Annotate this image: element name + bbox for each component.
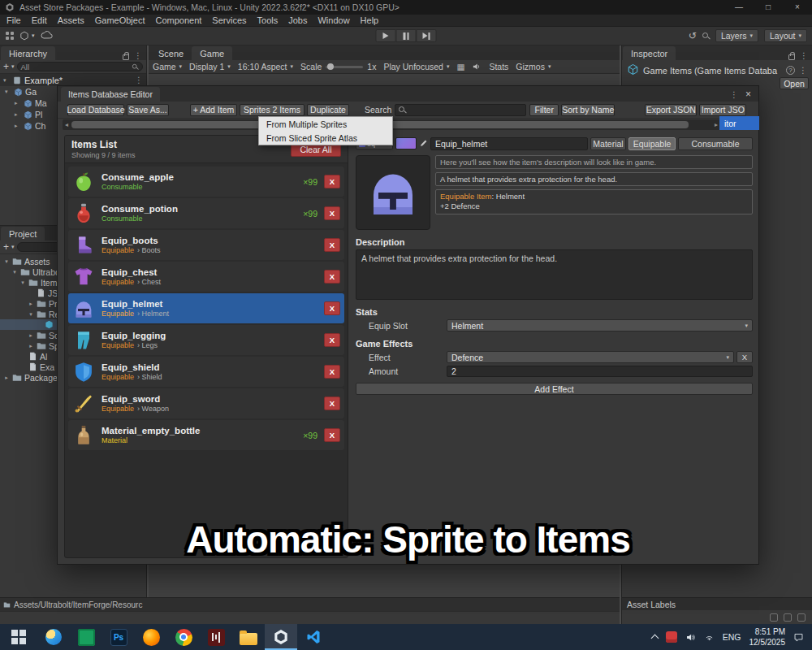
scroll-right-icon[interactable]: ▸ <box>715 121 718 128</box>
delete-item-button[interactable]: X <box>324 270 340 284</box>
load-database-button[interactable]: Load Database <box>67 104 124 116</box>
open-item-editor-button[interactable]: itor <box>719 116 759 130</box>
delete-item-button[interactable]: X <box>324 396 340 410</box>
search-icon[interactable] <box>702 32 710 40</box>
context-menu-item[interactable]: From Multiple Sprites <box>259 117 392 131</box>
expand-arrow-icon[interactable]: ▸ <box>28 301 34 307</box>
volume-icon[interactable] <box>685 632 696 643</box>
tab-inspector[interactable]: Inspector <box>623 46 676 60</box>
window-menu-icon[interactable]: ⋮ <box>730 90 738 99</box>
start-button[interactable] <box>0 624 37 650</box>
context-menu-item[interactable]: From Sliced Sprite Atlas <box>259 131 392 145</box>
list-item[interactable]: Equip_leggingEquipable› LegsX <box>68 325 344 355</box>
unity-taskbar-icon[interactable] <box>265 624 297 650</box>
delete-item-button[interactable]: X <box>324 175 340 188</box>
filter-button[interactable]: Filter <box>529 104 559 116</box>
status-icon[interactable] <box>770 613 778 622</box>
tab-scene[interactable]: Scene <box>150 46 192 60</box>
close-window-icon[interactable]: × <box>783 0 812 15</box>
expand-arrow-icon[interactable]: ▾ <box>28 311 34 318</box>
scale-slider[interactable]: Scale 1x <box>300 62 376 72</box>
description-input[interactable]: A helmet that provides extra protection … <box>356 249 753 300</box>
maximize-icon[interactable]: □ <box>754 0 783 15</box>
expand-arrow-icon[interactable]: ▸ <box>15 100 21 106</box>
list-item[interactable]: Equip_bootsEquipable› BootsX <box>68 230 344 260</box>
tab-hierarchy[interactable]: Hierarchy <box>1 46 55 60</box>
menu-gameobject[interactable]: GameObject <box>95 15 145 25</box>
scene-row[interactable]: ▾ Example* ⋮ <box>0 74 146 86</box>
expand-arrow-icon[interactable]: ▾ <box>19 280 26 286</box>
menu-edit[interactable]: Edit <box>32 15 47 25</box>
expand-arrow-icon[interactable]: ▾ <box>5 89 11 95</box>
delete-item-button[interactable]: X <box>324 206 340 220</box>
expand-arrow-icon[interactable]: ▾ <box>11 269 18 275</box>
game-mode-dropdown[interactable]: Game▾ <box>153 62 182 72</box>
import-json-button[interactable]: Import JSO <box>699 104 746 116</box>
menu-file[interactable]: File <box>6 15 21 25</box>
items-search-input[interactable] <box>395 104 526 116</box>
project-breadcrumb[interactable]: Assets/Ultrabolt/ItemForge/Resourc <box>0 597 620 611</box>
status-icon[interactable] <box>784 613 792 622</box>
remove-effect-button[interactable]: X <box>736 351 753 363</box>
delete-item-button[interactable]: X <box>324 238 340 252</box>
chrome-icon[interactable] <box>167 624 200 650</box>
minimize-icon[interactable]: — <box>724 0 754 15</box>
sort-by-name-button[interactable]: Sort by Name <box>561 104 615 116</box>
amount-input[interactable]: 2 <box>447 366 753 377</box>
type-equipable-button[interactable]: Equipable <box>628 137 676 150</box>
menu-tools[interactable]: Tools <box>257 15 279 25</box>
action-center-icon[interactable] <box>793 632 804 643</box>
menu-window[interactable]: Window <box>317 15 349 25</box>
menu-component[interactable]: Component <box>155 15 201 25</box>
hierarchy-menu-icon[interactable]: ⋮ <box>134 51 142 60</box>
cloud-icon[interactable] <box>41 31 54 41</box>
clock[interactable]: 8:51 PM 12/5/2025 <box>749 626 786 648</box>
tray-expand-icon[interactable] <box>650 635 659 643</box>
type-material-button[interactable]: Material <box>590 137 626 150</box>
tab-project[interactable]: Project <box>1 227 45 240</box>
undo-history-icon[interactable]: ↺ <box>689 30 697 41</box>
delete-item-button[interactable]: X <box>324 333 340 347</box>
export-json-button[interactable]: Export JSON <box>645 104 697 116</box>
expand-arrow-icon[interactable]: ▸ <box>3 375 10 381</box>
menu-assets[interactable]: Assets <box>58 15 84 25</box>
inspector-menu-icon[interactable]: ⋮ <box>800 51 808 60</box>
file-explorer-icon[interactable] <box>232 624 265 650</box>
tray-badge-icon[interactable] <box>666 631 677 643</box>
open-button[interactable]: Open <box>780 77 809 89</box>
equip-slot-dropdown[interactable]: Helment ▾ <box>447 319 753 332</box>
layers-dropdown[interactable]: Layers ▾ <box>715 29 758 42</box>
add-item-button[interactable]: + Add Item <box>190 104 237 116</box>
lock-icon[interactable] <box>788 54 795 60</box>
list-item[interactable]: Equip_shieldEquipable› ShieldX <box>68 357 344 387</box>
duplicate-button[interactable]: Duplicate <box>307 104 349 116</box>
hierarchy-search-input[interactable]: All <box>17 62 143 72</box>
play-button[interactable] <box>376 29 396 42</box>
plastic-scm-icon[interactable] <box>6 32 14 40</box>
play-focus-dropdown[interactable]: Play Unfocused▾ <box>383 62 449 72</box>
type-consumable-button[interactable]: Consumable <box>678 137 753 150</box>
menu-services[interactable]: Services <box>212 15 246 25</box>
layout-dropdown[interactable]: Layout ▾ <box>764 29 807 42</box>
create-object-button[interactable]: + <box>3 62 9 72</box>
create-asset-button[interactable]: + <box>3 242 9 252</box>
asset-menu-icon[interactable]: ⋮ <box>799 66 807 75</box>
expand-arrow-icon[interactable]: ▸ <box>15 123 21 129</box>
picker-icon[interactable] <box>419 139 428 148</box>
tab-game[interactable]: Game <box>192 46 232 60</box>
close-icon[interactable]: × <box>745 89 751 100</box>
aspect-dropdown[interactable]: 16:10 Aspect▾ <box>238 62 293 72</box>
item-name-input[interactable]: Equip_helmet <box>430 137 588 150</box>
language-indicator[interactable]: ENG <box>723 632 741 642</box>
delete-item-button[interactable]: X <box>324 301 340 315</box>
list-item[interactable]: Consume_appleConsumable×99X <box>68 167 344 197</box>
expand-arrow-icon[interactable]: ▸ <box>15 111 21 118</box>
save-as-button[interactable]: Save As... <box>127 104 169 116</box>
mute-audio-icon[interactable] <box>472 62 482 72</box>
sprites-to-items-button[interactable]: Sprites 2 Items <box>240 104 304 116</box>
display-dropdown[interactable]: Display 1▾ <box>189 62 231 72</box>
menu-jobs[interactable]: Jobs <box>288 15 307 25</box>
list-item[interactable]: Consume_potionConsumable×99X <box>68 198 344 228</box>
delete-item-button[interactable]: X <box>324 428 340 442</box>
gizmos-dropdown[interactable]: Gizmos▾ <box>516 62 551 72</box>
